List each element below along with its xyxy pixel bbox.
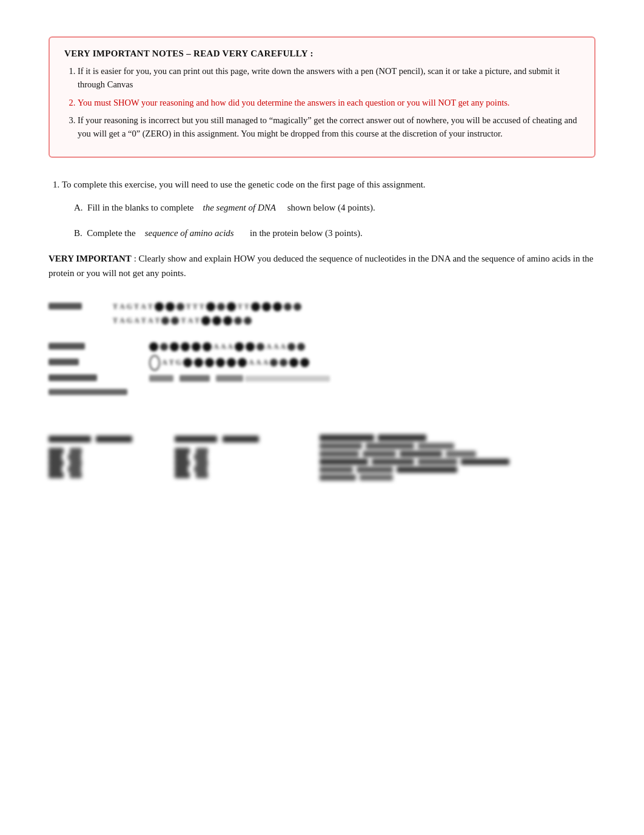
note-item-2: You must SHOW your reasoning and how did… <box>78 96 580 110</box>
sub-a-highlight: the segment of DNA <box>203 203 275 212</box>
left-table-2-header <box>175 434 258 446</box>
dna-label-4 <box>49 357 109 368</box>
sub-item-a: A. Fill in the blanks to complete the se… <box>74 200 595 215</box>
left-table-1-row-2 <box>49 454 132 460</box>
sub-a-suffix: shown below (4 points). <box>276 203 375 212</box>
dna-label-5 <box>49 373 109 384</box>
sub-item-b: B. Complete the sequence of amino acids … <box>74 226 595 240</box>
dna-bases-5 <box>113 373 595 384</box>
dna-bases-1: TAGTAT TTT TT <box>113 302 595 311</box>
diagram-spacer <box>49 329 595 341</box>
question-list: To complete this exercise, you will need… <box>49 177 595 240</box>
bottom-tables <box>49 434 595 482</box>
left-table-1-row-5 <box>49 472 132 478</box>
dna-row-5 <box>49 373 595 385</box>
left-table-1 <box>49 434 132 482</box>
very-important-colon: : <box>132 254 139 263</box>
bottom-spacer-2 <box>49 413 595 425</box>
left-table-2-row-3 <box>175 460 258 466</box>
bottom-spacer <box>49 401 595 413</box>
very-important-paragraph: VERY IMPORTANT : Clearly show and explai… <box>49 251 595 280</box>
sub-items: A. Fill in the blanks to complete the se… <box>62 200 595 240</box>
sub-a-label: A. Fill in the blanks to complete <box>74 203 203 212</box>
left-table-1-row-1 <box>49 448 132 454</box>
dna-row-1: TAGTAT TTT TT <box>49 301 595 313</box>
left-table-2-row-4 <box>175 466 258 472</box>
dna-bases-3: AAA AAA <box>113 342 595 351</box>
left-table-2-row-5 <box>175 472 258 478</box>
main-content: To complete this exercise, you will need… <box>49 177 595 486</box>
dna-diagram-area: TAGTAT TTT TT TAGATAT TAT <box>49 297 595 486</box>
important-notes-list: If it is easier for you, you can print o… <box>64 65 580 141</box>
dna-row-2: TAGATAT TAT <box>49 315 595 327</box>
dna-row-6 <box>49 387 595 399</box>
box-title: VERY IMPORTANT NOTES – READ VERY CAREFUL… <box>64 49 580 59</box>
sub-b-highlight: sequence of amino acids <box>145 228 234 238</box>
dna-bases-2: TAGATAT TAT <box>113 316 595 325</box>
dna-row-4: ATG AAA <box>49 355 595 371</box>
dna-label-3 <box>49 342 109 352</box>
left-table-2-row-1 <box>175 448 258 454</box>
very-important-label: VERY IMPORTANT <box>49 254 132 263</box>
right-table <box>320 434 596 482</box>
note-item-3: If your reasoning is incorrect but you s… <box>78 114 580 141</box>
left-table-1-row-3 <box>49 460 132 466</box>
sub-b-suffix: in the protein below (3 points). <box>234 228 363 238</box>
question-1: To complete this exercise, you will need… <box>62 177 595 240</box>
dna-label-6 <box>49 387 109 397</box>
dna-label-1 <box>49 302 109 312</box>
left-table-2-row-2 <box>175 454 258 460</box>
dna-row-3: AAA AAA <box>49 341 595 353</box>
note-item-1: If it is easier for you, you can print o… <box>78 65 580 92</box>
important-notes-box: VERY IMPORTANT NOTES – READ VERY CAREFUL… <box>49 36 595 158</box>
sub-b-label: B. Complete the <box>74 228 145 238</box>
left-table-1-header <box>49 434 132 446</box>
dna-bases-4: ATG AAA <box>113 355 595 371</box>
left-table-2 <box>175 434 258 482</box>
left-table-1-row-4 <box>49 466 132 472</box>
